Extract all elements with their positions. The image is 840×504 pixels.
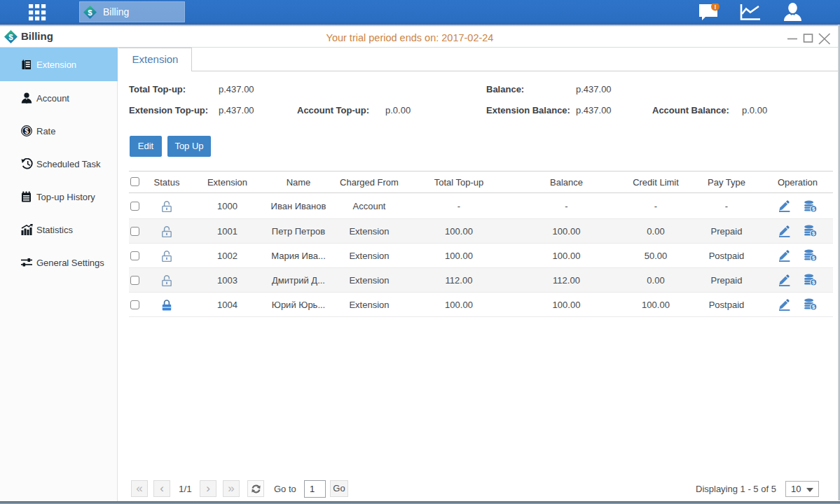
svg-text:$: $	[812, 206, 815, 212]
svg-text:$: $	[812, 230, 815, 237]
svg-text:$: $	[812, 255, 815, 261]
svg-text:$: $	[25, 127, 29, 134]
svg-text:$: $	[812, 304, 815, 310]
svg-text:$: $	[88, 8, 92, 17]
svg-text:$: $	[812, 279, 815, 286]
svg-text:$: $	[8, 33, 13, 41]
svg-text:!: !	[715, 4, 717, 10]
